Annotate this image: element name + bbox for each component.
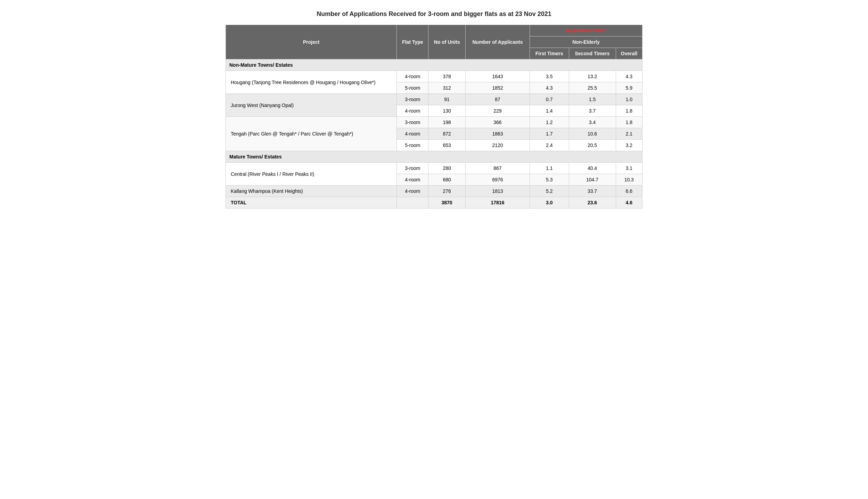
second-timers-rate: 25.5 xyxy=(569,82,616,94)
number-of-applicants: 867 xyxy=(465,163,530,174)
overall-rate: 10.3 xyxy=(616,174,642,186)
flat-type: 5-room xyxy=(397,140,428,151)
second-timers-rate: 104.7 xyxy=(569,174,616,186)
table-row: Kallang Whampoa (Kent Heights)4-room2761… xyxy=(226,186,642,197)
second-timers-rate: 3.4 xyxy=(569,117,616,128)
project-name: Central (River Peaks I / River Peaks II) xyxy=(226,163,397,186)
flat-type: 4-room xyxy=(397,186,428,197)
no-of-units: 872 xyxy=(428,128,466,140)
table-row: Central (River Peaks I / River Peaks II)… xyxy=(226,163,642,174)
project-name: Kallang Whampoa (Kent Heights) xyxy=(226,186,397,197)
no-of-units: 312 xyxy=(428,82,466,94)
number-of-applicants: 2120 xyxy=(465,140,530,151)
first-timers-rate: 0.7 xyxy=(530,94,569,105)
overall-rate: 2.1 xyxy=(616,128,642,140)
header-project: Project xyxy=(226,25,397,59)
overall-rate: 1.8 xyxy=(616,105,642,117)
no-of-units: 276 xyxy=(428,186,466,197)
overall-rate: 3.1 xyxy=(616,163,642,174)
first-timers-rate: 1.1 xyxy=(530,163,569,174)
table-row: Tengah (Parc Glen @ Tengah* / Parc Clove… xyxy=(226,117,642,128)
total-overall: 4.6 xyxy=(616,197,642,208)
header-overall: Overall xyxy=(616,48,642,59)
flat-type: 4-room xyxy=(397,105,428,117)
project-name: Hougang (Tanjong Tree Residences @ Houga… xyxy=(226,71,397,94)
first-timers-rate: 2.4 xyxy=(530,140,569,151)
flat-type: 3-room xyxy=(397,163,428,174)
second-timers-rate: 33.7 xyxy=(569,186,616,197)
total-row: TOTAL3870178163.023.64.6 xyxy=(226,197,642,208)
second-timers-rate: 1.5 xyxy=(569,94,616,105)
overall-rate: 1.0 xyxy=(616,94,642,105)
table-row: Jurong West (Nanyang Opal)3-room91870.71… xyxy=(226,94,642,105)
flat-type: 4-room xyxy=(397,71,428,82)
applications-table: Project Flat Type No of Units Number of … xyxy=(226,25,642,208)
section-label: Mature Towns/ Estates xyxy=(226,151,642,163)
main-container: Number of Applications Received for 3-ro… xyxy=(226,10,642,208)
no-of-units: 280 xyxy=(428,163,466,174)
section-label: Non-Mature Towns/ Estates xyxy=(226,59,642,71)
section-header: Non-Mature Towns/ Estates xyxy=(226,59,642,71)
flat-type: 4-room xyxy=(397,174,428,186)
second-timers-rate: 40.4 xyxy=(569,163,616,174)
header-second-timers: Second Timers xyxy=(569,48,616,59)
page-title: Number of Applications Received for 3-ro… xyxy=(226,10,642,18)
total-label: TOTAL xyxy=(226,197,397,208)
flat-type: 3-room xyxy=(397,117,428,128)
total-flat-type xyxy=(397,197,428,208)
second-timers-rate: 20.5 xyxy=(569,140,616,151)
overall-rate: 6.6 xyxy=(616,186,642,197)
header-first-timers: First Timers xyxy=(530,48,569,59)
first-timers-rate: 3.5 xyxy=(530,71,569,82)
total-second-timers: 23.6 xyxy=(569,197,616,208)
second-timers-rate: 13.2 xyxy=(569,71,616,82)
project-name: Tengah (Parc Glen @ Tengah* / Parc Clove… xyxy=(226,117,397,151)
header-row-1: Project Flat Type No of Units Number of … xyxy=(226,25,642,36)
table-row: Hougang (Tanjong Tree Residences @ Houga… xyxy=(226,71,642,82)
table-body: Non-Mature Towns/ EstatesHougang (Tanjon… xyxy=(226,59,642,208)
section-header: Mature Towns/ Estates xyxy=(226,151,642,163)
no-of-units: 91 xyxy=(428,94,466,105)
overall-rate: 3.2 xyxy=(616,140,642,151)
total-first-timers: 3.0 xyxy=(530,197,569,208)
number-of-applicants: 1813 xyxy=(465,186,530,197)
overall-rate: 5.9 xyxy=(616,82,642,94)
first-timers-rate: 4.3 xyxy=(530,82,569,94)
number-of-applicants: 229 xyxy=(465,105,530,117)
number-of-applicants: 1643 xyxy=(465,71,530,82)
total-units: 3870 xyxy=(428,197,466,208)
header-non-elderly: Non-Elderly xyxy=(530,36,642,48)
no-of-units: 680 xyxy=(428,174,466,186)
number-of-applicants: 366 xyxy=(465,117,530,128)
flat-type: 4-room xyxy=(397,128,428,140)
header-flat-type: Flat Type xyxy=(397,25,428,59)
number-of-applicants: 6976 xyxy=(465,174,530,186)
number-of-applicants: 87 xyxy=(465,94,530,105)
overall-rate: 1.8 xyxy=(616,117,642,128)
first-timers-rate: 1.4 xyxy=(530,105,569,117)
number-of-applicants: 1863 xyxy=(465,128,530,140)
no-of-units: 198 xyxy=(428,117,466,128)
first-timers-rate: 1.7 xyxy=(530,128,569,140)
number-of-applicants: 1852 xyxy=(465,82,530,94)
first-timers-rate: 5.3 xyxy=(530,174,569,186)
header-application-rate: Application Rate^ xyxy=(530,25,642,36)
no-of-units: 378 xyxy=(428,71,466,82)
no-of-units: 130 xyxy=(428,105,466,117)
first-timers-rate: 1.2 xyxy=(530,117,569,128)
second-timers-rate: 3.7 xyxy=(569,105,616,117)
first-timers-rate: 5.2 xyxy=(530,186,569,197)
overall-rate: 4.3 xyxy=(616,71,642,82)
project-name: Jurong West (Nanyang Opal) xyxy=(226,94,397,117)
total-applicants: 17816 xyxy=(465,197,530,208)
header-number-of-applicants: Number of Applicants xyxy=(465,25,530,59)
no-of-units: 653 xyxy=(428,140,466,151)
flat-type: 3-room xyxy=(397,94,428,105)
flat-type: 5-room xyxy=(397,82,428,94)
second-timers-rate: 10.6 xyxy=(569,128,616,140)
header-no-of-units: No of Units xyxy=(428,25,466,59)
